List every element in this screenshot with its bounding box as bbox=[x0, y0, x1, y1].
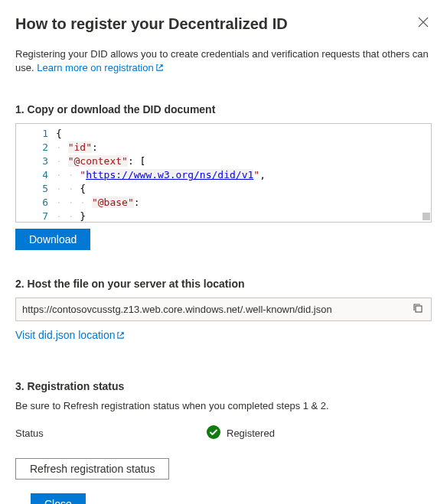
external-link-icon bbox=[155, 62, 164, 76]
copy-icon bbox=[413, 304, 423, 316]
scrollbar-thumb[interactable] bbox=[423, 213, 430, 220]
copy-url-button[interactable] bbox=[411, 301, 425, 317]
code-content: { · "id": · "@context": [ · · "https://w… bbox=[56, 124, 431, 222]
external-link-icon bbox=[116, 330, 125, 342]
refresh-status-button[interactable]: Refresh registration status bbox=[15, 458, 169, 480]
status-label: Status bbox=[15, 428, 207, 439]
code-gutter: 1 2 3 4 5 6 7 bbox=[16, 124, 56, 222]
close-footer-button[interactable]: Close bbox=[31, 493, 86, 504]
learn-more-link[interactable]: Learn more on registration bbox=[37, 62, 163, 73]
step2-heading: 2. Host the file on your server at this … bbox=[15, 278, 432, 290]
step3-description: Be sure to Refresh registration status w… bbox=[15, 400, 432, 411]
intro-text: Registering your DID allows you to creat… bbox=[15, 47, 432, 76]
dialog-title: How to register your Decentralized ID bbox=[15, 14, 288, 34]
success-check-icon bbox=[207, 425, 220, 441]
did-document-code[interactable]: 1 2 3 4 5 6 7 { · "id": · "@context": [ … bbox=[15, 123, 432, 223]
status-value: Registered bbox=[227, 428, 275, 439]
download-button[interactable]: Download bbox=[15, 229, 90, 250]
visit-didjson-link[interactable]: Visit did.json location bbox=[15, 329, 125, 341]
visit-didjson-label: Visit did.json location bbox=[15, 329, 115, 341]
close-button[interactable] bbox=[415, 14, 432, 33]
step1-heading: 1. Copy or download the DID document bbox=[15, 103, 432, 115]
host-url-field: https://contosovcusstg.z13.web.core.wind… bbox=[15, 298, 432, 321]
svg-point-1 bbox=[207, 425, 220, 439]
svg-rect-0 bbox=[416, 306, 422, 312]
host-url-text: https://contosovcusstg.z13.web.core.wind… bbox=[22, 304, 411, 315]
step3-heading: 3. Registration status bbox=[15, 380, 432, 392]
learn-more-link-label: Learn more on registration bbox=[37, 62, 153, 73]
close-icon bbox=[418, 18, 429, 30]
